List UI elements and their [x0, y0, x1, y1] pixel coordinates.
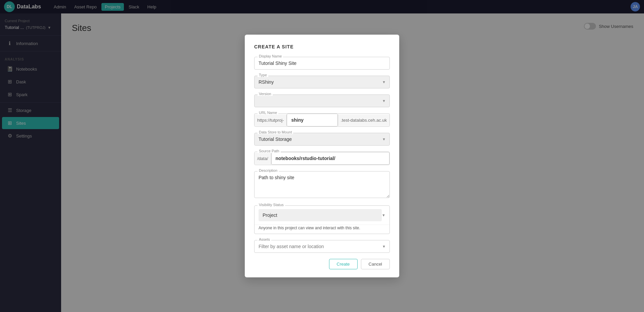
visibility-top: Project Public Private ▼ [255, 206, 389, 225]
assets-select-wrapper [254, 240, 390, 253]
type-select-wrapper: RShiny Dash Streamlit [254, 76, 390, 88]
visibility-chevron-icon: ▼ [382, 213, 385, 217]
data-store-select[interactable]: Tutorial Storage None [254, 133, 390, 146]
visibility-content: Project Public Private ▼ Anyone in this … [254, 205, 390, 234]
type-field: Type RShiny Dash Streamlit [254, 76, 390, 88]
data-store-field: Data Store to Mount Tutorial Storage Non… [254, 133, 390, 146]
visibility-description: Anyone in this project can view and inte… [255, 225, 389, 234]
cancel-button[interactable]: Cancel [361, 259, 390, 269]
url-name-label: URL Name [258, 111, 278, 115]
source-path-label: Source Path [258, 149, 281, 153]
type-select[interactable]: RShiny Dash Streamlit [254, 76, 390, 88]
assets-input[interactable] [254, 240, 390, 253]
assets-label: Assets [258, 237, 271, 241]
modal-overlay: CREATE A SITE Display Name Type RShiny D… [0, 0, 644, 312]
data-store-label: Data Store to Mount [258, 130, 293, 134]
version-field: Version 4.4.0 (default) 4.3.0 4.2.0 [254, 94, 390, 107]
display-name-label: Display Name [258, 54, 283, 58]
display-name-field: Display Name [254, 57, 390, 70]
modal-footer: Create Cancel [254, 259, 390, 269]
source-path-prefix: /data/ [255, 153, 271, 164]
description-textarea[interactable]: Path to shiny site [254, 171, 390, 198]
visibility-field: Visibility Status Project Public Private… [254, 205, 390, 234]
type-label: Type [258, 73, 268, 77]
create-button[interactable]: Create [329, 259, 358, 269]
url-name-field: URL Name https://tutproj- .test-datalabs… [254, 113, 390, 127]
visibility-label: Visibility Status [258, 203, 285, 207]
url-suffix: .test-datalabs.ceh.ac.uk [338, 114, 389, 126]
url-middle-input[interactable] [287, 114, 337, 126]
version-select-wrapper: 4.4.0 (default) 4.3.0 4.2.0 [254, 94, 390, 107]
source-path-field: Source Path /data/ [254, 152, 390, 165]
description-label: Description [258, 168, 279, 172]
create-site-modal: CREATE A SITE Display Name Type RShiny D… [245, 35, 399, 277]
modal-title: CREATE A SITE [254, 44, 390, 49]
source-path-input[interactable] [271, 152, 389, 165]
url-field-row: https://tutproj- .test-datalabs.ceh.ac.u… [254, 113, 390, 127]
assets-field: Assets [254, 240, 390, 253]
data-store-select-wrapper: Tutorial Storage None [254, 133, 390, 146]
version-select[interactable]: 4.4.0 (default) 4.3.0 4.2.0 [254, 94, 390, 107]
display-name-input[interactable] [254, 57, 390, 70]
version-label: Version [258, 92, 273, 96]
source-path-row: /data/ [254, 152, 390, 165]
description-field: Description Path to shiny site [254, 171, 390, 199]
url-prefix: https://tutproj- [255, 114, 287, 126]
visibility-select[interactable]: Project Public Private [259, 209, 382, 221]
